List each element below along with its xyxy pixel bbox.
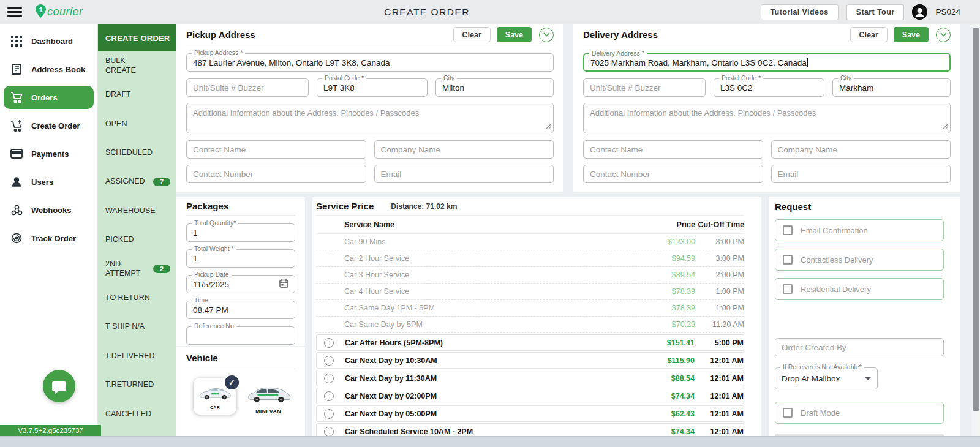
time-input[interactable] (193, 306, 288, 315)
sidebar-item-users[interactable]: Users (4, 170, 94, 193)
pickup-contact-number-input[interactable] (193, 170, 360, 179)
email-confirmation-checkbox-row[interactable]: Email Confirmation (775, 219, 944, 241)
radio-icon[interactable] (324, 338, 334, 348)
total-weight-input[interactable] (193, 254, 288, 263)
scrollbar-thumb[interactable] (973, 28, 979, 411)
delivery-collapse-chevron-icon[interactable] (936, 28, 951, 42)
delivery-city-input[interactable] (839, 83, 944, 92)
substatus-warehouse[interactable]: WAREHOUSE (98, 197, 176, 225)
delivery-address-field[interactable]: Delivery Address * 7025 Markham Road, Ma… (583, 53, 951, 72)
substatus-2nd-attempt[interactable]: 2ND ATTEMPT2 (98, 255, 176, 284)
sidebar-item-track-order[interactable]: Track Order (4, 227, 94, 250)
service-row[interactable]: Car Next Day by 11:30AM$88.5412:01 AM (316, 370, 744, 386)
delivery-city-field[interactable]: City (832, 78, 951, 97)
delivery-company-name-field[interactable] (771, 140, 951, 159)
pickup-date-input[interactable] (193, 280, 279, 289)
pickup-company-name-input[interactable] (381, 145, 548, 154)
service-row[interactable]: Car Next Day by 05:00PM$62.4312:01 AM (316, 405, 744, 422)
user-avatar[interactable] (912, 4, 927, 20)
pickup-additional-info-input[interactable] (187, 103, 553, 133)
radio-icon[interactable] (324, 374, 334, 383)
pickup-contact-name-field[interactable] (186, 140, 366, 159)
vehicle-option-car[interactable]: ✓ CAR (194, 378, 236, 415)
delivery-contact-name-field[interactable] (583, 140, 763, 159)
pickup-contact-name-input[interactable] (193, 145, 360, 154)
pickup-unit-input[interactable] (193, 83, 302, 92)
pickup-company-name-field[interactable] (374, 140, 554, 159)
substatus-to-return[interactable]: TO RETURN (98, 284, 176, 312)
subsidebar-header[interactable]: CREATE ORDER (98, 24, 176, 51)
order-created-by-input[interactable] (782, 343, 937, 352)
pickup-address-field[interactable]: Pickup Address * (186, 53, 554, 72)
vertical-scrollbar[interactable] (972, 24, 980, 436)
pickup-date-field[interactable]: Pickup Date (186, 275, 295, 293)
radio-icon[interactable] (324, 391, 334, 401)
pickup-email-field[interactable] (374, 165, 554, 183)
sidebar-item-address-book[interactable]: Address Book (4, 58, 94, 81)
pickup-additional-info-field[interactable] (186, 103, 554, 133)
pickup-address-input[interactable] (193, 58, 547, 67)
delivery-unit-input[interactable] (590, 83, 699, 92)
service-row[interactable]: Car Next Day by 10:30AM$115.9012:01 AM (316, 352, 744, 369)
resize-handle-icon[interactable] (943, 122, 948, 131)
hamburger-menu-icon[interactable] (7, 7, 22, 17)
delivery-additional-info-input[interactable] (584, 103, 950, 133)
time-field[interactable]: Time (186, 301, 295, 319)
checkbox-icon[interactable] (783, 408, 793, 418)
delivery-clear-button[interactable]: Clear (850, 27, 888, 42)
resize-handle-icon[interactable] (546, 122, 551, 131)
pickup-postal-input[interactable] (323, 83, 421, 92)
chat-bubble-button[interactable] (43, 370, 75, 402)
sidebar-item-dashboard[interactable]: Dashboard (4, 29, 94, 53)
substatus-scheduled[interactable]: SCHEDULED (98, 138, 176, 167)
pickup-email-input[interactable] (381, 170, 548, 179)
total-quantity-input[interactable] (193, 228, 288, 238)
substatus-t-ship-na[interactable]: T SHIP N/A (98, 313, 176, 342)
service-row[interactable]: Car After Hours (5PM-8PM)$151.415:00 PM (316, 334, 744, 351)
pickup-save-button[interactable]: Save (497, 27, 532, 42)
substatus-t-delivered[interactable]: T.DELIVERED (98, 342, 176, 370)
pickup-clear-button[interactable]: Clear (453, 27, 491, 42)
substatus-picked[interactable]: PICKED (98, 225, 176, 254)
delivery-company-name-input[interactable] (778, 145, 944, 154)
sidebar-item-create-order[interactable]: Create Order (4, 114, 94, 137)
pickup-postal-field[interactable]: Postal Code * (317, 78, 428, 97)
pickup-collapse-chevron-icon[interactable] (539, 28, 554, 42)
delivery-contact-number-field[interactable] (583, 165, 763, 183)
checkbox-icon[interactable] (783, 255, 793, 265)
substatus-open[interactable]: OPEN (98, 110, 176, 138)
reference-no-field[interactable]: Reference No (186, 326, 295, 345)
delivery-unit-field[interactable] (583, 78, 706, 97)
radio-icon[interactable] (324, 356, 334, 366)
radio-icon[interactable] (324, 427, 334, 437)
receiver-not-available-dropdown[interactable]: If Receiver is Not Available* Drop At Ma… (775, 367, 878, 389)
sidebar-item-payments[interactable]: Payments (4, 142, 94, 165)
substatus-draft[interactable]: DRAFT (98, 80, 176, 109)
pickup-city-input[interactable] (442, 83, 547, 92)
delivery-postal-input[interactable] (720, 83, 818, 92)
pickup-unit-field[interactable] (186, 78, 309, 97)
delivery-email-input[interactable] (778, 170, 944, 179)
delivery-contact-name-input[interactable] (590, 145, 756, 154)
tutorial-videos-button[interactable]: Tutorial Videos (761, 4, 839, 20)
pickup-city-field[interactable]: City (435, 78, 554, 97)
radio-icon[interactable] (324, 409, 334, 419)
checkbox-icon[interactable] (783, 225, 793, 235)
service-row[interactable]: Car Next Day by 02:00PM$74.3412:01 AM (316, 388, 744, 404)
delivery-contact-number-input[interactable] (590, 170, 756, 179)
total-quantity-field[interactable]: Total Quantity* (186, 224, 295, 242)
total-weight-field[interactable]: Total Weight * (186, 249, 295, 268)
substatus-t-returned[interactable]: T.RETURNED (98, 370, 176, 399)
order-created-by-field[interactable] (775, 338, 944, 356)
delivery-save-button[interactable]: Save (894, 27, 929, 42)
delivery-postal-field[interactable]: Postal Code * (714, 78, 824, 97)
delivery-additional-info-field[interactable] (583, 103, 951, 133)
substatus-assigned[interactable]: ASSIGNED7 (98, 168, 176, 197)
vehicle-option-mini-van[interactable]: MINI VAN (245, 378, 292, 419)
substatus-bulk-create[interactable]: BULK CREATE (98, 51, 176, 80)
residential-delivery-checkbox-row[interactable]: Residential Delivery (775, 278, 944, 300)
sidebar-item-webhooks[interactable]: Webhooks (4, 198, 94, 222)
sidebar-item-orders[interactable]: Orders (4, 86, 94, 109)
reference-no-input[interactable] (193, 331, 288, 340)
substatus-cancelled[interactable]: CANCELLED (98, 400, 176, 429)
